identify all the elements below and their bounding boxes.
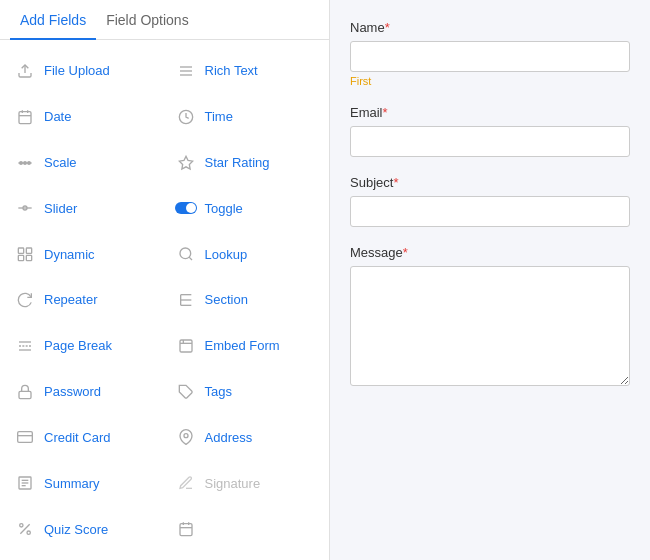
field-item-credit-card[interactable]: Credit Card: [4, 415, 165, 461]
field-label: Scale: [44, 155, 77, 170]
svg-line-23: [189, 257, 192, 260]
search-icon: [175, 243, 197, 265]
email-label: Email*: [350, 105, 630, 120]
message-label: Message*: [350, 245, 630, 260]
field-label: Time: [205, 109, 233, 124]
message-field-group: Message*: [350, 245, 630, 389]
field-item-section[interactable]: Section: [165, 277, 326, 323]
field-label: Lookup: [205, 247, 248, 262]
field-item-repeater[interactable]: Repeater: [4, 277, 165, 323]
field-label: Section: [205, 292, 248, 307]
svg-point-11: [24, 161, 27, 164]
email-input[interactable]: [350, 126, 630, 157]
field-label: Password: [44, 384, 101, 399]
field-label: Tags: [205, 384, 232, 399]
field-item-lookup[interactable]: Lookup: [165, 231, 326, 277]
subject-input[interactable]: [350, 196, 630, 227]
heading-icon: [175, 289, 197, 311]
clock-icon: [175, 106, 197, 128]
svg-point-10: [20, 161, 23, 164]
svg-rect-4: [19, 111, 31, 123]
svg-line-39: [20, 524, 29, 533]
tabs-bar: Add Fields Field Options: [0, 0, 329, 40]
field-item-quiz-score[interactable]: Quiz Score: [4, 506, 165, 552]
repeater-icon: [14, 289, 36, 311]
field-label: Page Break: [44, 338, 112, 353]
percent-icon: [14, 518, 36, 540]
left-panel: Add Fields Field Options File UploadRich…: [0, 0, 330, 560]
slider-icon: [14, 197, 36, 219]
field-item-star-rating[interactable]: Star Rating: [165, 140, 326, 186]
upload-icon: [14, 60, 36, 82]
field-item-time[interactable]: Time: [165, 94, 326, 140]
field-item-toggle[interactable]: Toggle: [165, 185, 326, 231]
svg-rect-32: [18, 432, 33, 443]
field-item-file-upload[interactable]: File Upload: [4, 48, 165, 94]
field-label: Quiz Score: [44, 522, 108, 537]
field-label: File Upload: [44, 63, 110, 78]
field-item-embed-form[interactable]: Embed Form: [165, 323, 326, 369]
svg-marker-13: [179, 156, 192, 169]
tab-field-options[interactable]: Field Options: [96, 0, 198, 40]
svg-point-40: [20, 524, 23, 527]
field-label: Credit Card: [44, 430, 110, 445]
star-icon: [175, 152, 197, 174]
subject-label: Subject*: [350, 175, 630, 190]
toggle-icon: [175, 197, 197, 219]
name-input[interactable]: [350, 41, 630, 72]
field-label: Dynamic: [44, 247, 95, 262]
field-label: Toggle: [205, 201, 243, 216]
scale-icon: [14, 152, 36, 174]
field-item-scale[interactable]: Scale: [4, 140, 165, 186]
fields-grid: File UploadRich TextDateTimeScaleStar Ra…: [0, 40, 329, 560]
field-item-tags[interactable]: Tags: [165, 369, 326, 415]
field-item-summary[interactable]: Summary: [4, 460, 165, 506]
message-textarea[interactable]: [350, 266, 630, 386]
subject-field-group: Subject*: [350, 175, 630, 227]
svg-rect-19: [26, 248, 31, 253]
lines-icon: [175, 60, 197, 82]
field-label: Star Rating: [205, 155, 270, 170]
svg-point-17: [186, 203, 196, 213]
field-label: Slider: [44, 201, 77, 216]
tab-add-fields[interactable]: Add Fields: [10, 0, 96, 40]
svg-rect-27: [180, 340, 192, 352]
field-item-calendar2[interactable]: [165, 506, 326, 552]
tag-icon: [175, 381, 197, 403]
lock-icon: [14, 381, 36, 403]
svg-rect-18: [18, 248, 23, 253]
field-label: Embed Form: [205, 338, 280, 353]
svg-point-41: [27, 531, 30, 534]
field-label: Rich Text: [205, 63, 258, 78]
field-item-address[interactable]: Address: [165, 415, 326, 461]
page-break-icon: [14, 335, 36, 357]
name-label: Name*: [350, 20, 630, 35]
field-item-date[interactable]: Date: [4, 94, 165, 140]
svg-rect-42: [180, 524, 192, 536]
location-icon: [175, 426, 197, 448]
field-label: Repeater: [44, 292, 97, 307]
field-label: Address: [205, 430, 253, 445]
svg-rect-21: [26, 255, 31, 260]
field-item-password[interactable]: Password: [4, 369, 165, 415]
field-label: Summary: [44, 476, 100, 491]
name-field-group: Name* First: [350, 20, 630, 87]
calendar2-icon: [175, 518, 197, 540]
right-panel: Name* First Email* Subject* Message*: [330, 0, 650, 560]
email-field-group: Email*: [350, 105, 630, 157]
field-item-page-break[interactable]: Page Break: [4, 323, 165, 369]
credit-card-icon: [14, 426, 36, 448]
svg-point-22: [180, 248, 191, 259]
pen-icon: [175, 472, 197, 494]
calendar-icon: [14, 106, 36, 128]
field-item-rich-text[interactable]: Rich Text: [165, 48, 326, 94]
svg-rect-20: [18, 255, 23, 260]
summary-icon: [14, 472, 36, 494]
dynamic-icon: [14, 243, 36, 265]
embed-icon: [175, 335, 197, 357]
field-item-signature: Signature: [165, 460, 326, 506]
field-item-dynamic[interactable]: Dynamic: [4, 231, 165, 277]
field-item-slider[interactable]: Slider: [4, 185, 165, 231]
field-label: Signature: [205, 476, 261, 491]
svg-rect-30: [19, 391, 31, 398]
